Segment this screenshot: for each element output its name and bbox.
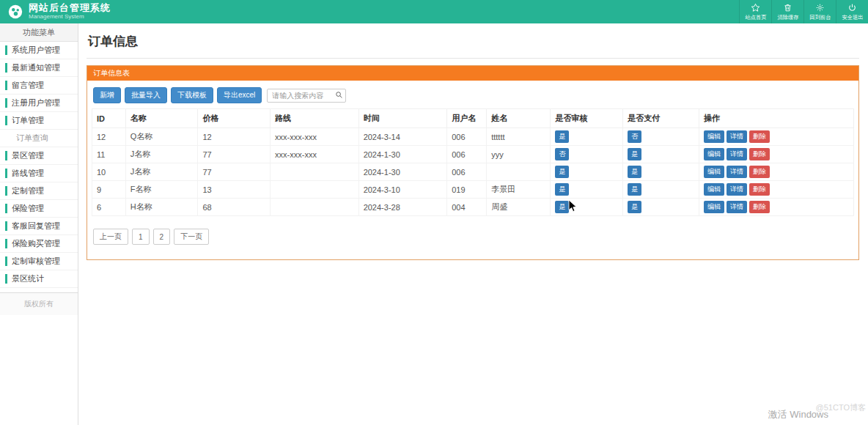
paid-badge[interactable]: 否 xyxy=(628,130,641,143)
add-button[interactable]: 新增 xyxy=(93,87,121,103)
header-nav-item[interactable]: 安全退出 xyxy=(836,0,868,23)
table-cell: 10 xyxy=(92,163,126,181)
menu-accent-bar xyxy=(5,63,7,73)
delete-button[interactable]: 删除 xyxy=(749,183,770,196)
search-input[interactable] xyxy=(267,89,346,103)
menu-accent-bar xyxy=(5,98,7,108)
reviewed-badge[interactable]: 否 xyxy=(555,148,569,160)
sidebar-item[interactable]: 定制管理 xyxy=(0,182,78,200)
table-cell: 11 xyxy=(92,146,126,163)
delete-button[interactable]: 删除 xyxy=(749,130,770,143)
paid-cell: 是 xyxy=(623,146,699,163)
header-nav-item[interactable]: 站点首页 xyxy=(739,0,771,23)
detail-button[interactable]: 详情 xyxy=(727,148,747,160)
reviewed-badge[interactable]: 是 xyxy=(555,201,569,213)
table-row: 11J名称77xxx-xxx-xxx2024-1-30006yyy否是编辑详情删… xyxy=(92,146,854,163)
sidebar-item[interactable]: 系统用户管理 xyxy=(0,42,78,59)
detail-button[interactable]: 详情 xyxy=(727,130,747,143)
reviewed-badge[interactable]: 是 xyxy=(555,130,569,143)
table-cell: 2024-3-10 xyxy=(358,181,447,199)
header-nav: 站点首页清除缓存回到前台安全退出 xyxy=(739,0,868,23)
table-header-row: ID名称价格路线时间用户名姓名是否审核是否支付操作 xyxy=(92,109,854,128)
logo: 网站后台管理系统 Management System xyxy=(0,3,111,20)
sidebar-item-label: 景区统计 xyxy=(12,273,44,284)
table-cell: 77 xyxy=(198,146,271,163)
actions-cell: 编辑详情删除 xyxy=(699,163,854,181)
table-cell: 12 xyxy=(92,128,126,146)
sidebar-item[interactable]: 注册用户管理 xyxy=(0,95,78,112)
paid-cell: 是 xyxy=(623,181,699,199)
delete-button[interactable]: 删除 xyxy=(749,148,770,160)
gear-icon xyxy=(815,3,825,12)
sidebar-item[interactable]: 订单管理 xyxy=(0,112,78,130)
table-cell: yyy xyxy=(487,146,551,163)
download-template-button[interactable]: 下载模板 xyxy=(171,87,213,103)
actions-cell: 编辑详情删除 xyxy=(699,146,854,163)
table-cell xyxy=(271,181,359,199)
delete-button[interactable]: 删除 xyxy=(749,201,770,213)
detail-button[interactable]: 详情 xyxy=(727,166,747,178)
page-1-button[interactable]: 1 xyxy=(132,229,150,245)
table-cell: xxx-xxx-xxx xyxy=(271,146,359,163)
batch-import-button[interactable]: 批量导入 xyxy=(125,87,167,103)
panel-body: 新增批量导入下载模板导出excel ID名称价格路线时间用户名姓名是否审核是否支… xyxy=(87,81,858,259)
toolbar: 新增批量导入下载模板导出excel xyxy=(93,87,854,103)
reviewed-cell: 是 xyxy=(551,128,623,146)
sidebar-item[interactable]: 定制审核管理 xyxy=(0,253,78,270)
sidebar-item-label: 订单查询 xyxy=(16,133,48,144)
search-icon[interactable] xyxy=(335,91,343,99)
sidebar-item[interactable]: 保险购买管理 xyxy=(0,235,78,253)
sidebar-item-label: 路线管理 xyxy=(12,168,44,179)
paid-badge[interactable]: 是 xyxy=(628,166,641,178)
sidebar-item[interactable]: 最新通知管理 xyxy=(0,59,78,77)
sidebar-item[interactable]: 客服回复管理 xyxy=(0,218,78,235)
paid-cell: 否 xyxy=(623,128,699,146)
edit-button[interactable]: 编辑 xyxy=(704,130,724,143)
menu-accent-bar xyxy=(5,116,7,125)
next-page-button[interactable]: 下一页 xyxy=(174,229,209,245)
reviewed-badge[interactable]: 是 xyxy=(555,166,569,178)
delete-button[interactable]: 删除 xyxy=(749,166,770,178)
edit-button[interactable]: 编辑 xyxy=(704,201,724,213)
table-row: 12Q名称12xxx-xxx-xxx2024-3-14006tttttt是否编辑… xyxy=(92,128,854,146)
detail-button[interactable]: 详情 xyxy=(727,201,747,213)
export-excel-button[interactable]: 导出excel xyxy=(217,87,262,103)
sidebar-title: 功能菜单 xyxy=(0,23,78,42)
sidebar-item-label: 留言管理 xyxy=(12,80,44,91)
header-nav-item[interactable]: 回到前台 xyxy=(803,0,836,23)
paid-badge[interactable]: 是 xyxy=(628,148,641,160)
edit-button[interactable]: 编辑 xyxy=(704,166,724,178)
sidebar-item-label: 保险管理 xyxy=(12,203,44,214)
table-row: 10J名称772024-1-30006是是编辑详情删除 xyxy=(92,163,854,181)
page-title: 订单信息 xyxy=(88,33,859,50)
edit-button[interactable]: 编辑 xyxy=(704,148,724,160)
sidebar-item[interactable]: 路线管理 xyxy=(0,165,78,182)
edit-button[interactable]: 编辑 xyxy=(704,183,724,196)
app-title: 网站后台管理系统 xyxy=(29,3,111,13)
detail-button[interactable]: 详情 xyxy=(727,183,747,196)
reviewed-badge[interactable]: 是 xyxy=(555,183,569,196)
column-header: 名称 xyxy=(125,109,198,128)
sidebar-item[interactable]: 留言管理 xyxy=(0,77,78,95)
paid-cell: 是 xyxy=(623,163,699,181)
reviewed-cell: 是 xyxy=(551,163,623,181)
sidebar-item-label: 定制审核管理 xyxy=(12,256,60,267)
sidebar-item[interactable]: 保险管理 xyxy=(0,200,78,218)
sidebar-item[interactable]: 景区统计 xyxy=(0,270,78,288)
sidebar-item[interactable]: 景区管理 xyxy=(0,147,78,165)
paid-cell: 是 xyxy=(623,199,699,216)
page-2-button[interactable]: 2 xyxy=(153,229,171,245)
sidebar-footer: 版权所有 xyxy=(0,292,78,315)
app-subtitle: Management System xyxy=(29,14,111,21)
sidebar-item-label: 最新通知管理 xyxy=(12,62,60,73)
paid-badge[interactable]: 是 xyxy=(628,183,641,196)
prev-page-button[interactable]: 上一页 xyxy=(93,229,128,245)
table-cell: xxx-xxx-xxx xyxy=(271,128,359,146)
menu-accent-bar xyxy=(5,204,7,213)
sidebar-subitem[interactable]: 订单查询 xyxy=(0,130,78,147)
power-icon xyxy=(847,3,857,12)
header-nav-item[interactable]: 清除缓存 xyxy=(771,0,803,23)
paid-badge[interactable]: 是 xyxy=(628,201,641,213)
sidebar-item-label: 订单管理 xyxy=(12,115,44,126)
main-content: 订单信息 订单信息表 新增批量导入下载模板导出excel ID名称价格路线时间用… xyxy=(79,23,868,425)
